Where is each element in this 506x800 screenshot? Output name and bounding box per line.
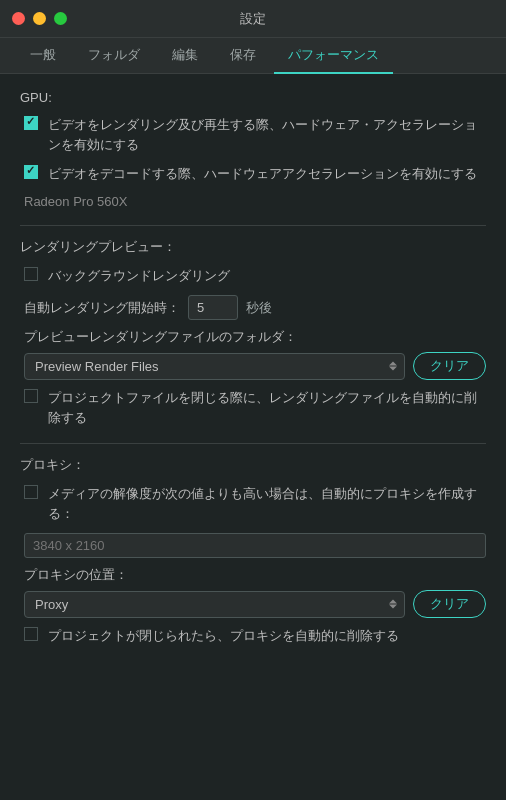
gpu-hw-decode-label: ビデオをデコードする際、ハードウェアアクセラレーションを有効にする	[48, 164, 477, 184]
bg-render-label: バックグラウンドレンダリング	[48, 266, 230, 286]
gpu-hw-render-label: ビデオをレンダリング及び再生する際、ハードウェア・アクセラレーションを有効にする	[48, 115, 486, 154]
bg-render-checkbox[interactable]	[24, 267, 38, 281]
titlebar: 設定	[0, 0, 506, 38]
gpu-header: GPU:	[20, 90, 486, 105]
render-preview-section: レンダリングプレビュー： バックグラウンドレンダリング 自動レンダリング開始時：…	[20, 238, 486, 428]
gpu-hw-decode-checkbox[interactable]	[24, 165, 38, 179]
tab-edit[interactable]: 編集	[158, 38, 212, 74]
proxy-location-select-wrap: Proxy	[24, 591, 405, 618]
divider-2	[20, 443, 486, 444]
auto-proxy-checkbox[interactable]	[24, 485, 38, 499]
proxy-section: プロキシ： メディアの解像度が次の値よりも高い場合は、自動的にプロキシを作成する…	[20, 456, 486, 646]
delete-proxy-checkbox[interactable]	[24, 627, 38, 641]
delete-proxy-label: プロジェクトが閉じられたら、プロキシを自動的に削除する	[48, 626, 399, 646]
auto-render-row: 自動レンダリング開始時： 秒後	[20, 295, 486, 320]
proxy-location-row: Proxy クリア	[20, 590, 486, 618]
delete-render-label: プロジェクトファイルを閉じる際に、レンダリングファイルを自動的に削除する	[48, 388, 486, 427]
proxy-header: プロキシ：	[20, 456, 486, 474]
auto-proxy-checkbox-wrap[interactable]	[24, 485, 38, 502]
gpu-hw-render-checkbox[interactable]	[24, 116, 38, 130]
window-controls[interactable]	[12, 12, 67, 25]
render-preview-header: レンダリングプレビュー：	[20, 238, 486, 256]
auto-render-input[interactable]	[188, 295, 238, 320]
tab-save[interactable]: 保存	[216, 38, 270, 74]
divider-1	[20, 225, 486, 226]
bg-render-row: バックグラウンドレンダリング	[20, 266, 486, 286]
delete-render-checkbox[interactable]	[24, 389, 38, 403]
delete-proxy-row: プロジェクトが閉じられたら、プロキシを自動的に削除する	[20, 626, 486, 646]
folder-label: プレビューレンダリングファイルのフォルダ：	[24, 328, 486, 346]
auto-proxy-label: メディアの解像度が次の値よりも高い場合は、自動的にプロキシを作成する：	[48, 484, 486, 523]
maximize-button[interactable]	[54, 12, 67, 25]
close-button[interactable]	[12, 12, 25, 25]
bg-render-checkbox-wrap[interactable]	[24, 267, 38, 284]
render-folder-row: Preview Render Files クリア	[20, 352, 486, 380]
resolution-input[interactable]	[24, 533, 486, 558]
settings-content: GPU: ビデオをレンダリング及び再生する際、ハードウェア・アクセラレーションを…	[0, 74, 506, 798]
minimize-button[interactable]	[33, 12, 46, 25]
seconds-label: 秒後	[246, 299, 272, 317]
auto-render-label: 自動レンダリング開始時：	[24, 299, 180, 317]
tab-bar: 一般 フォルダ 編集 保存 パフォーマンス	[0, 38, 506, 74]
gpu-hw-decode-checkbox-wrap[interactable]	[24, 165, 38, 182]
gpu-section: GPU: ビデオをレンダリング及び再生する際、ハードウェア・アクセラレーションを…	[20, 90, 486, 209]
delete-render-checkbox-wrap[interactable]	[24, 389, 38, 406]
tab-general[interactable]: 一般	[16, 38, 70, 74]
gpu-hw-render-checkbox-wrap[interactable]	[24, 116, 38, 133]
proxy-location-label: プロキシの位置：	[24, 566, 486, 584]
auto-proxy-row: メディアの解像度が次の値よりも高い場合は、自動的にプロキシを作成する：	[20, 484, 486, 523]
render-clear-button[interactable]: クリア	[413, 352, 486, 380]
proxy-clear-button[interactable]: クリア	[413, 590, 486, 618]
tab-folder[interactable]: フォルダ	[74, 38, 154, 74]
delete-render-row: プロジェクトファイルを閉じる際に、レンダリングファイルを自動的に削除する	[20, 388, 486, 427]
window-title: 設定	[240, 10, 266, 28]
render-folder-select-wrap: Preview Render Files	[24, 353, 405, 380]
proxy-location-select[interactable]: Proxy	[24, 591, 405, 618]
gpu-hw-render-row: ビデオをレンダリング及び再生する際、ハードウェア・アクセラレーションを有効にする	[20, 115, 486, 154]
render-folder-select[interactable]: Preview Render Files	[24, 353, 405, 380]
gpu-model-name: Radeon Pro 560X	[24, 194, 486, 209]
tab-performance[interactable]: パフォーマンス	[274, 38, 393, 74]
delete-proxy-checkbox-wrap[interactable]	[24, 627, 38, 644]
gpu-hw-decode-row: ビデオをデコードする際、ハードウェアアクセラレーションを有効にする	[20, 164, 486, 184]
